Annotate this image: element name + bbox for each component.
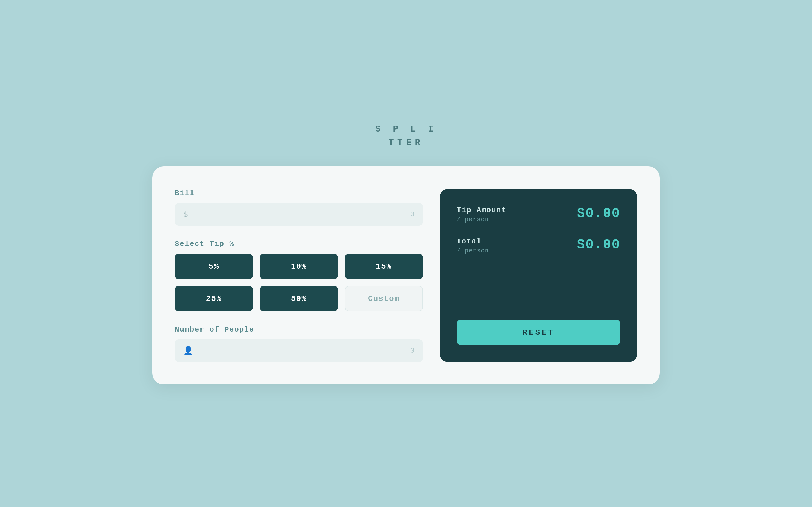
tip-5-button[interactable]: 5% [175,254,253,279]
total-value: $0.00 [577,237,620,252]
total-label: Total [457,237,489,245]
bill-label: Bill [175,189,423,198]
bill-input[interactable] [193,210,410,219]
results-area: Tip Amount / person $0.00 Total / person… [457,206,620,303]
dollar-icon: $ [183,210,188,219]
total-sub: / person [457,247,489,255]
total-row: Total / person $0.00 [457,237,620,255]
bill-field-group: Bill $ 0 [175,189,423,226]
left-panel: Bill $ 0 Select Tip % 5% 10% 15% 25% 50%… [175,189,423,362]
tip-15-button[interactable]: 15% [345,254,423,279]
tip-amount-label-group: Tip Amount / person [457,206,506,223]
people-input-wrapper[interactable]: 👤 0 [175,339,423,362]
tip-amount-row: Tip Amount / person $0.00 [457,206,620,223]
tip-buttons-grid: 5% 10% 15% 25% 50% Custom [175,254,423,311]
bill-zero: 0 [410,210,414,219]
main-card: Bill $ 0 Select Tip % 5% 10% 15% 25% 50%… [152,166,660,385]
tip-50-button[interactable]: 50% [260,286,338,311]
people-input[interactable] [198,346,410,355]
tip-custom-button[interactable]: Custom [345,286,423,311]
tip-25-button[interactable]: 25% [175,286,253,311]
people-field-group: Number of People 👤 0 [175,325,423,362]
total-label-group: Total / person [457,237,489,255]
people-zero: 0 [410,346,414,355]
tip-label: Select Tip % [175,240,423,248]
people-label: Number of People [175,325,423,334]
person-icon: 👤 [183,346,193,355]
tip-amount-label: Tip Amount [457,206,506,214]
tip-10-button[interactable]: 10% [260,254,338,279]
reset-button[interactable]: RESET [457,320,620,345]
tip-amount-value: $0.00 [577,206,620,221]
tip-amount-sub: / person [457,216,506,223]
app-title: S P L I TTER [375,122,437,150]
tip-field-group: Select Tip % 5% 10% 15% 25% 50% Custom [175,240,423,311]
right-panel: Tip Amount / person $0.00 Total / person… [440,189,637,362]
bill-input-wrapper[interactable]: $ 0 [175,203,423,226]
